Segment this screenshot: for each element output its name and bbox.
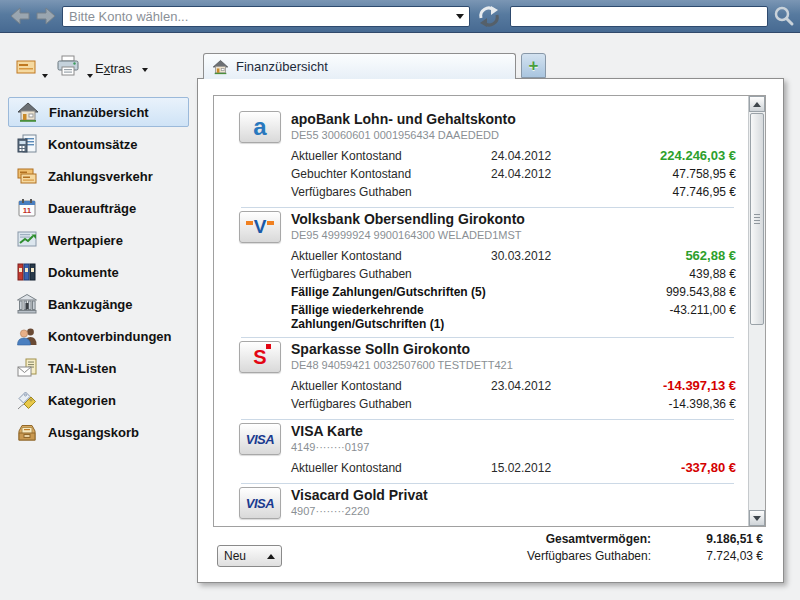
payment-form-icon	[15, 58, 37, 78]
sidebar-item-kategorien[interactable]: Kategorien	[8, 385, 189, 415]
volksbank-logo: V	[239, 211, 281, 243]
sidebar-item-ausgangskorb[interactable]: Ausgangskorb	[8, 417, 189, 447]
scroll-up-button[interactable]	[749, 96, 765, 112]
available-balance-value: 7.724,03 €	[651, 549, 763, 563]
secondary-toolbar: Extras	[0, 34, 197, 84]
account-number: DE48 94059421 0032507600 TESTDETT421	[291, 358, 513, 372]
account-number: 4149········0197	[291, 440, 369, 454]
balance-row: Aktueller Kontostand 23.04.2012 -14.397,…	[291, 377, 736, 395]
balance-row: Aktueller Kontostand 14.03.2003 123,45 €	[291, 523, 736, 527]
sidebar-item-kontoumsaetze[interactable]: Kontoumsätze	[8, 129, 189, 159]
account-name: Sparkasse Solln Girokonto	[291, 341, 513, 357]
account-entry[interactable]: a apoBank Lohn- und Gehaltskonto DE55 30…	[239, 108, 736, 207]
house-icon	[16, 100, 40, 124]
refresh-button[interactable]	[475, 4, 503, 29]
sparkasse-logo: S	[239, 341, 281, 373]
sidebar-item-bankzugaenge[interactable]: Bankzugänge	[8, 289, 189, 319]
tab-finanzuebersicht[interactable]: Finanzübersicht	[203, 53, 516, 79]
sidebar-item-wertpapiere[interactable]: Wertpapiere	[8, 225, 189, 255]
account-entry[interactable]: S Sparkasse Solln Girokonto DE48 9405942…	[239, 338, 736, 419]
tan-list-icon	[15, 356, 39, 380]
extras-menu[interactable]: Extras	[95, 61, 148, 76]
apobank-logo: a	[239, 111, 281, 143]
balance-row: Fällige Zahlungen/Gutschriften (5) 999.5…	[291, 283, 736, 301]
sidebar-item-label: Kategorien	[48, 393, 116, 408]
visa-logo: VISA	[239, 423, 281, 455]
print-button[interactable]	[56, 54, 80, 82]
accounts-list: a apoBank Lohn- und Gehaltskonto DE55 30…	[213, 95, 766, 527]
tags-icon	[15, 388, 39, 412]
calendar-icon: 11	[15, 196, 39, 220]
chevron-up-icon	[267, 554, 275, 559]
sidebar-item-label: Dokumente	[48, 265, 119, 280]
sidebar-item-label: Kontoverbindungen	[48, 329, 172, 344]
transfer-icon	[15, 164, 39, 188]
account-entry[interactable]: VISA VISA Karte 4149········0197 Aktuell…	[239, 420, 736, 483]
sidebar-item-zahlungsverkehr[interactable]: Zahlungsverkehr	[8, 161, 189, 191]
search-icon	[772, 5, 796, 28]
bank-icon	[15, 292, 39, 316]
account-entry[interactable]: V Volksbank Obersendling Girokonto DE95 …	[239, 208, 736, 337]
sidebar-item-label: Ausgangskorb	[48, 425, 139, 440]
plus-icon: +	[529, 56, 539, 76]
account-number: DE55 30060601 0001956434 DAAEDEDD	[291, 128, 516, 142]
top-toolbar: Bitte Konto wählen...	[0, 0, 800, 33]
visa-logo: VISA	[239, 487, 281, 519]
search-button[interactable]	[772, 5, 796, 28]
payment-form-button[interactable]	[15, 58, 37, 82]
sidebar-item-label: Zahlungsverkehr	[48, 169, 153, 184]
account-number: 4907········2220	[291, 504, 428, 518]
back-button[interactable]	[8, 6, 32, 26]
totals-summary: Gesamtvermögen: 9.186,51 € Verfügbares G…	[527, 532, 763, 563]
payment-form-menu-arrow[interactable]	[42, 66, 52, 76]
securities-icon	[15, 228, 39, 252]
balance-row: Gebuchter Kontostand 24.04.2012 47.758,9…	[291, 165, 736, 183]
balance-row: Verfügbares Guthaben 439,88 €	[291, 265, 736, 283]
sidebar-item-label: TAN-Listen	[48, 361, 116, 376]
sidebar-item-label: Bankzugänge	[48, 297, 133, 312]
people-icon	[15, 324, 39, 348]
account-entry[interactable]: VISA Visacard Gold Privat 4907········22…	[239, 484, 736, 527]
balance-row: Aktueller Kontostand 15.02.2012 -337,80 …	[291, 459, 736, 477]
balance-row: Verfügbares Guthaben -14.398,36 €	[291, 395, 736, 413]
balance-row: Fällige wiederkehrende Zahlungen/Gutschr…	[291, 301, 736, 331]
balance-row: Verfügbares Guthaben 47.746,95 €	[291, 183, 736, 201]
sidebar-item-tan-listen[interactable]: TAN-Listen	[8, 353, 189, 383]
account-select-placeholder: Bitte Konto wählen...	[63, 9, 451, 24]
search-input[interactable]	[510, 6, 768, 27]
statement-icon	[15, 132, 39, 156]
forward-button[interactable]	[34, 6, 58, 26]
house-icon	[212, 59, 229, 75]
account-name: Volksbank Obersendling Girokonto	[291, 211, 525, 227]
scrollbar-thumb[interactable]	[750, 113, 764, 325]
triangle-up-icon	[753, 102, 761, 107]
account-name: Visacard Gold Privat	[291, 487, 428, 503]
sidebar-item-dokumente[interactable]: Dokumente	[8, 257, 189, 287]
sidebar-item-label: Finanzübersicht	[49, 105, 149, 120]
account-number: DE95 49999924 9900164300 WELADED1MST	[291, 228, 525, 242]
finanzuebersicht-panel: a apoBank Lohn- und Gehaltskonto DE55 30…	[197, 78, 784, 583]
outbox-icon	[15, 420, 39, 444]
arrow-right-icon	[34, 6, 58, 26]
account-name: VISA Karte	[291, 423, 369, 439]
balance-row: Aktueller Kontostand 30.03.2012 562,88 €	[291, 247, 736, 265]
account-select-combo[interactable]: Bitte Konto wählen...	[62, 6, 470, 27]
new-button[interactable]: Neu	[217, 545, 282, 567]
total-assets-label: Gesamtvermögen:	[527, 532, 651, 546]
printer-icon	[56, 54, 80, 78]
triangle-down-icon	[753, 516, 761, 521]
scrollbar[interactable]	[748, 96, 765, 526]
sidebar-item-finanzuebersicht[interactable]: Finanzübersicht	[8, 97, 189, 127]
add-tab-button[interactable]: +	[521, 53, 546, 78]
sidebar-nav: Finanzübersicht Kontoumsätze	[8, 97, 189, 449]
balance-row: Aktueller Kontostand 24.04.2012 224.246,…	[291, 147, 736, 165]
arrow-left-icon	[8, 6, 32, 26]
chevron-down-icon	[451, 7, 469, 26]
refresh-icon	[475, 4, 503, 29]
sidebar-item-dauerauftraege[interactable]: 11 Daueraufträge	[8, 193, 189, 223]
total-assets-value: 9.186,51 €	[651, 532, 763, 546]
available-balance-label: Verfügbares Guthaben:	[527, 549, 651, 563]
sidebar-item-label: Wertpapiere	[48, 233, 123, 248]
sidebar-item-kontoverbindungen[interactable]: Kontoverbindungen	[8, 321, 189, 351]
scroll-down-button[interactable]	[749, 510, 765, 526]
